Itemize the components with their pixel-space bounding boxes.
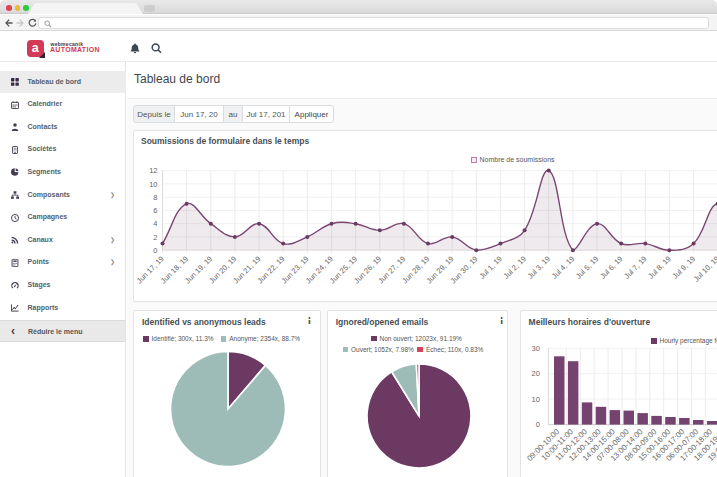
svg-text:Jul 2, 19: Jul 2, 19	[502, 254, 528, 280]
svg-text:8: 8	[153, 193, 157, 202]
svg-text:6: 6	[153, 206, 157, 215]
svg-text:Jul 7, 19: Jul 7, 19	[622, 254, 648, 280]
svg-text:10: 10	[149, 180, 157, 189]
svg-text:4: 4	[153, 219, 157, 228]
svg-text:Jul 10, 19: Jul 10, 19	[692, 254, 717, 283]
svg-text:Jul 8, 19: Jul 8, 19	[646, 254, 672, 280]
svg-text:Jul 5, 19: Jul 5, 19	[574, 254, 600, 280]
svg-text:0: 0	[153, 246, 157, 255]
svg-text:2: 2	[153, 233, 157, 242]
svg-text:10: 10	[531, 395, 539, 404]
svg-text:12: 12	[149, 166, 157, 175]
svg-text:Jul 4, 19: Jul 4, 19	[550, 254, 576, 280]
svg-text:0: 0	[535, 420, 539, 429]
svg-text:Jul 3, 19: Jul 3, 19	[526, 254, 552, 280]
svg-text:20: 20	[531, 369, 539, 378]
svg-text:Jul 6, 19: Jul 6, 19	[598, 254, 624, 280]
svg-text:Jul 1, 19: Jul 1, 19	[477, 254, 503, 280]
svg-text:30: 30	[531, 344, 539, 353]
